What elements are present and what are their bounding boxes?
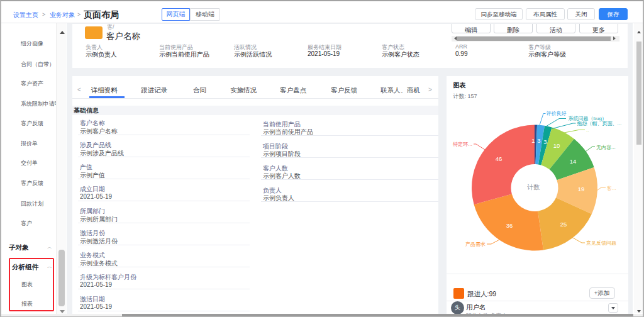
svg-text:1: 1 [531, 137, 535, 144]
svg-text:无内容...: 无内容... [596, 145, 616, 150]
svg-text:拖怨（帽、页面、...: 拖怨（帽、页面、... [577, 121, 622, 126]
svg-text:客...: 客... [607, 186, 616, 191]
svg-text:产品需求: 产品需求 [465, 242, 486, 247]
svg-text:19: 19 [578, 186, 585, 192]
svg-text:14: 14 [570, 158, 577, 165]
svg-text:25: 25 [560, 221, 567, 228]
svg-text:..: .. [586, 127, 589, 133]
svg-text:计数: 计数 [527, 184, 540, 191]
svg-text:46: 46 [496, 155, 502, 162]
svg-text:3: 3 [543, 138, 547, 145]
svg-text:36: 36 [506, 222, 513, 229]
svg-text:意见反馈问题: 意见反馈问题 [586, 240, 616, 246]
svg-text:10: 10 [553, 142, 560, 149]
svg-text:特定环...: 特定环... [452, 142, 472, 147]
svg-text:3: 3 [537, 137, 540, 144]
svg-text:评价良好: 评价良好 [547, 111, 567, 116]
